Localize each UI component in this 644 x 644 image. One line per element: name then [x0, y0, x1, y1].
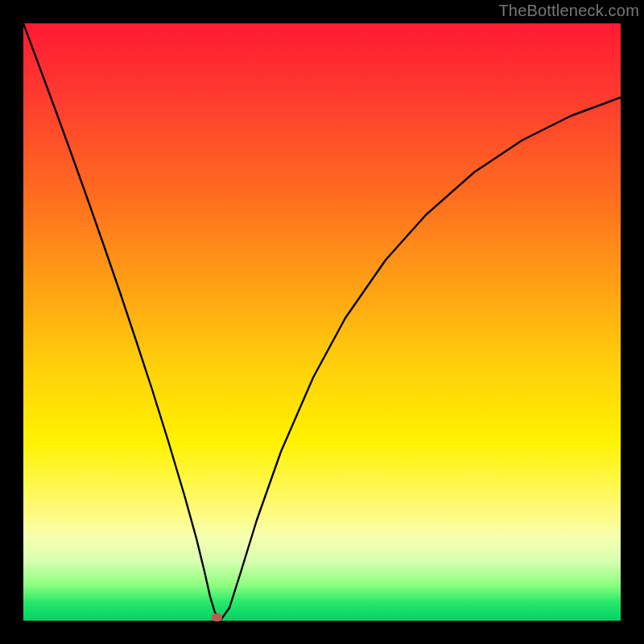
optimal-point-marker	[212, 613, 222, 621]
chart-frame: TheBottleneck.com	[0, 0, 644, 644]
bottleneck-curve-svg	[23, 23, 621, 621]
watermark-text: TheBottleneck.com	[498, 2, 639, 20]
bottleneck-curve-path	[23, 23, 621, 619]
